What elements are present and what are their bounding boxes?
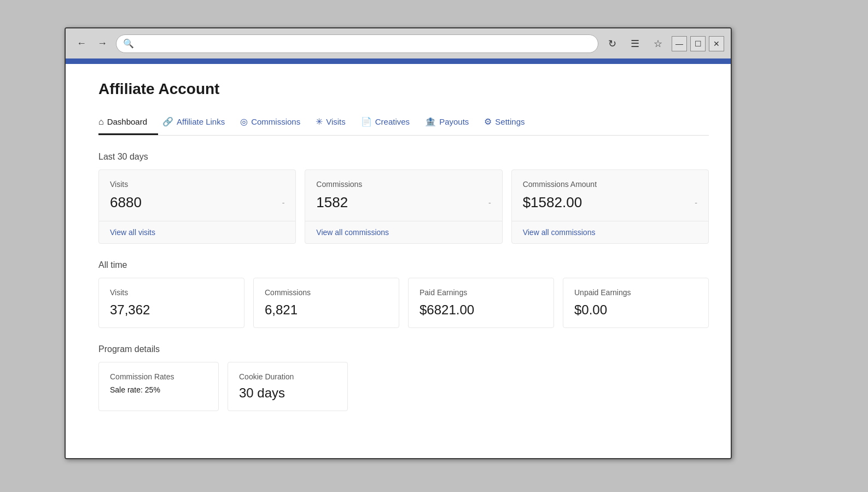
unpaid-earnings-card: Unpaid Earnings $0.00 <box>563 278 709 328</box>
address-input[interactable] <box>138 39 591 48</box>
commissions-30-label: Commissions <box>316 180 491 189</box>
commissions-all-label: Commissions <box>265 288 388 297</box>
commissions-30-arrow[interactable]: - <box>488 198 491 207</box>
minimize-button[interactable]: — <box>672 36 687 51</box>
tab-payouts-label: Payouts <box>439 117 469 126</box>
commissions-30-card: Commissions 1582 - View all commissions <box>305 169 502 244</box>
maximize-button[interactable]: ☐ <box>690 36 706 51</box>
tab-commissions-label: Commissions <box>251 117 300 126</box>
program-details-label: Program details <box>98 344 709 354</box>
tab-creatives[interactable]: 📄 Creatives <box>361 111 421 135</box>
tab-payouts[interactable]: 🏦 Payouts <box>425 111 480 135</box>
tab-dashboard[interactable]: ⌂ Dashboard <box>98 111 158 135</box>
dashboard-icon: ⌂ <box>98 117 104 127</box>
view-all-commissions-link-2[interactable]: View all commissions <box>512 221 708 243</box>
commissions-30-value-row: 1582 - <box>316 194 491 211</box>
commission-rates-card: Commission Rates Sale rate: 25% <box>98 362 219 411</box>
commissions-amount-30-value: $1582.00 <box>523 194 582 211</box>
affiliate-links-icon: 🔗 <box>162 116 173 127</box>
browser-window: ← → 🔍 ↻ ☰ ☆ — ☐ ✕ Affiliate Account ⌂ Da… <box>65 27 732 459</box>
unpaid-earnings-value: $0.00 <box>574 302 697 318</box>
bookmark-button[interactable]: ☆ <box>649 34 667 53</box>
cookie-duration-value: 30 days <box>239 385 336 401</box>
payouts-icon: 🏦 <box>425 116 436 127</box>
visits-icon: ✳ <box>316 116 323 127</box>
paid-earnings-label: Paid Earnings <box>420 288 543 297</box>
commissions-amount-30-arrow[interactable]: - <box>695 198 697 207</box>
browser-toolbar <box>66 58 731 64</box>
reload-button[interactable]: ↻ <box>603 34 621 53</box>
browser-content: Affiliate Account ⌂ Dashboard 🔗 Affiliat… <box>66 64 731 458</box>
unpaid-earnings-label: Unpaid Earnings <box>574 288 697 297</box>
last30-stats-row: Visits 6880 - View all visits Commission… <box>98 169 709 244</box>
address-bar[interactable]: 🔍 <box>116 34 598 53</box>
tab-affiliate-links-label: Affiliate Links <box>177 117 225 126</box>
tab-visits[interactable]: ✳ Visits <box>316 111 357 135</box>
paid-earnings-value: $6821.00 <box>420 302 543 318</box>
menu-button[interactable]: ☰ <box>626 34 644 53</box>
visits-30-label: Visits <box>110 180 284 189</box>
tab-settings-label: Settings <box>495 117 525 126</box>
cookie-duration-label: Cookie Duration <box>239 372 336 381</box>
commission-rates-value: Sale rate: 25% <box>110 385 207 394</box>
browser-actions: ↻ ☰ ☆ <box>603 34 667 53</box>
alltime-row: Visits 37,362 Commissions 6,821 Paid Ear… <box>98 278 709 328</box>
view-all-commissions-link-1[interactable]: View all commissions <box>305 221 502 243</box>
commissions-amount-30-card: Commissions Amount $1582.00 - View all c… <box>511 169 709 244</box>
paid-earnings-card: Paid Earnings $6821.00 <box>408 278 554 328</box>
commissions-all-value: 6,821 <box>265 302 388 318</box>
visits-all-value: 37,362 <box>110 302 233 318</box>
forward-button[interactable]: → <box>93 34 112 53</box>
commissions-amount-30-label: Commissions Amount <box>523 180 697 189</box>
browser-titlebar: ← → 🔍 ↻ ☰ ☆ — ☐ ✕ <box>66 28 731 58</box>
program-details-row: Commission Rates Sale rate: 25% Cookie D… <box>98 362 709 411</box>
page-title: Affiliate Account <box>98 80 709 98</box>
back-button[interactable]: ← <box>72 34 91 53</box>
tab-visits-label: Visits <box>326 117 346 126</box>
alltime-section-label: All time <box>98 260 709 270</box>
visits-30-value-row: 6880 - <box>110 194 284 211</box>
tab-creatives-label: Creatives <box>375 117 410 126</box>
visits-all-card: Visits 37,362 <box>98 278 244 328</box>
visits-all-label: Visits <box>110 288 233 297</box>
visits-30-card: Visits 6880 - View all visits <box>98 169 296 244</box>
commission-rates-label: Commission Rates <box>110 372 207 381</box>
commissions-all-card: Commissions 6,821 <box>253 278 399 328</box>
tab-commissions[interactable]: ◎ Commissions <box>240 111 311 135</box>
view-all-visits-link[interactable]: View all visits <box>99 221 295 243</box>
settings-icon: ⚙ <box>484 116 492 127</box>
tab-settings[interactable]: ⚙ Settings <box>484 111 535 135</box>
search-icon: 🔍 <box>123 38 134 49</box>
cookie-duration-card: Cookie Duration 30 days <box>228 362 348 411</box>
creatives-icon: 📄 <box>361 116 372 127</box>
commissions-icon: ◎ <box>240 116 248 127</box>
visits-30-arrow[interactable]: - <box>282 198 285 207</box>
tab-affiliate-links[interactable]: 🔗 Affiliate Links <box>162 111 236 135</box>
close-button[interactable]: ✕ <box>709 36 724 51</box>
commissions-30-value: 1582 <box>316 194 348 211</box>
tab-dashboard-label: Dashboard <box>107 117 147 126</box>
nav-tabs: ⌂ Dashboard 🔗 Affiliate Links ◎ Commissi… <box>98 111 709 136</box>
visits-30-value: 6880 <box>110 194 142 211</box>
title-buttons: — ☐ ✕ <box>672 36 724 51</box>
nav-buttons: ← → <box>72 34 112 53</box>
commissions-amount-30-value-row: $1582.00 - <box>523 194 697 211</box>
last30-section-label: Last 30 days <box>98 152 709 162</box>
